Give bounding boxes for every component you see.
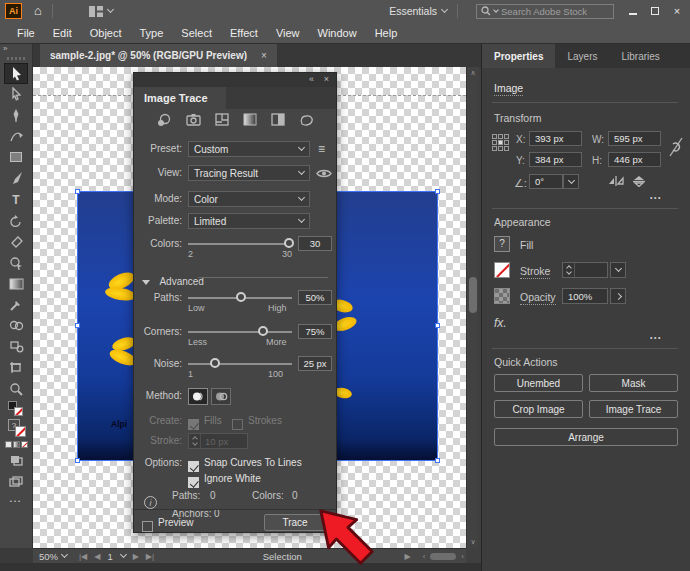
opacity-expand[interactable] (610, 288, 626, 304)
prev-artboard-icon[interactable]: ◀ (94, 552, 100, 561)
gradient-tool[interactable] (4, 273, 28, 294)
menu-file[interactable]: File (8, 22, 44, 44)
paintbrush-tool[interactable] (4, 168, 28, 189)
angle-dropdown[interactable] (563, 174, 579, 189)
selection-type[interactable]: Image (494, 82, 523, 96)
curvature-tool[interactable] (4, 126, 28, 147)
eye-icon[interactable] (316, 168, 332, 179)
fill-stroke-indicator[interactable] (8, 401, 24, 417)
fills-checkbox[interactable] (188, 419, 199, 430)
selection-handle[interactable] (75, 189, 80, 194)
type-tool[interactable]: T (4, 189, 28, 210)
corners-slider-thumb[interactable] (258, 326, 268, 336)
none-button[interactable] (21, 441, 28, 448)
stroke-weight-dropdown[interactable] (610, 262, 626, 278)
grayscale-icon[interactable] (243, 113, 258, 127)
w-field[interactable]: 595 px (608, 131, 661, 146)
preview-checkbox[interactable] (142, 521, 153, 532)
tab-layers[interactable]: Layers (555, 44, 609, 68)
scroll-up-icon[interactable]: ∧ (467, 69, 479, 77)
menu-window[interactable]: Window (309, 22, 366, 44)
stroke-swatch[interactable] (494, 262, 510, 278)
zoom-level-dropdown[interactable]: 50% (33, 549, 73, 563)
advanced-header[interactable]: Advanced (134, 269, 336, 285)
flip-vertical-icon[interactable] (632, 175, 646, 187)
selection-handle[interactable] (75, 323, 80, 328)
crop-image-button[interactable]: Crop Image (494, 400, 583, 418)
selection-handle[interactable] (435, 458, 440, 463)
opacity-swatch[interactable] (494, 288, 510, 304)
corners-slider[interactable] (188, 331, 292, 333)
status-bar-menu-icon[interactable]: ▶ (405, 552, 411, 561)
selection-handle[interactable] (435, 323, 440, 328)
stroke-swatch[interactable] (14, 407, 23, 416)
menu-type[interactable]: Type (131, 22, 173, 44)
rectangle-tool[interactable] (4, 147, 28, 168)
stroke-weight-stepper[interactable]: 10 px (188, 433, 248, 449)
transform-more-icon[interactable]: ••• (650, 194, 662, 201)
x-field[interactable]: 393 px (529, 131, 582, 146)
shape-builder-tool[interactable] (4, 252, 28, 273)
first-artboard-icon[interactable]: |◀ (79, 552, 87, 561)
method-overlapping-button[interactable] (211, 388, 231, 405)
preset-menu-icon[interactable]: ≡ (318, 142, 325, 156)
paths-slider-thumb[interactable] (236, 292, 246, 302)
eyedropper-tool[interactable] (4, 294, 28, 315)
minimize-button[interactable] (622, 2, 644, 20)
eraser-tool[interactable] (4, 231, 28, 252)
direct-selection-tool[interactable] (4, 84, 28, 105)
last-artboard-icon[interactable]: ▶| (146, 552, 154, 561)
selection-handle[interactable] (75, 458, 80, 463)
outline-icon[interactable] (299, 113, 315, 127)
stroke-weight-stepper[interactable] (562, 262, 608, 278)
menu-object[interactable]: Object (81, 22, 131, 44)
menu-effect[interactable]: Effect (221, 22, 267, 44)
mask-button[interactable]: Mask (589, 374, 678, 392)
maximize-button[interactable] (644, 2, 666, 20)
appearance-more-icon[interactable]: ••• (650, 334, 662, 341)
vertical-scrollbar[interactable]: ∧ ∨ (466, 67, 478, 548)
workspace-layout-icon[interactable] (89, 6, 113, 17)
color-button[interactable] (5, 441, 12, 448)
collapse-panel-icon[interactable]: « (309, 74, 314, 84)
opacity-label[interactable]: Opacity (520, 291, 556, 305)
method-abutting-button[interactable] (188, 388, 208, 405)
black-white-icon[interactable] (271, 113, 286, 127)
horizontal-scrollbar[interactable]: ‹ › (417, 549, 466, 563)
panel-title[interactable]: Image Trace (134, 87, 226, 109)
high-color-icon[interactable] (186, 113, 202, 127)
tab-close-icon[interactable]: × (261, 50, 267, 61)
color-mode-buttons[interactable] (5, 441, 28, 448)
symbol-sprayer-tool[interactable] (4, 336, 28, 357)
colors-slider[interactable] (188, 243, 292, 245)
document-tab[interactable]: sample-2.jpg* @ 50% (RGB/GPU Preview) × (40, 44, 277, 67)
fill-swatch[interactable]: ? (494, 236, 510, 252)
fx-icon[interactable]: fx. (494, 316, 507, 330)
blend-tool[interactable] (4, 315, 28, 336)
gradient-button[interactable] (13, 441, 20, 448)
palette-dropdown[interactable]: Limited (188, 213, 310, 229)
noise-slider[interactable] (188, 363, 292, 365)
tab-libraries[interactable]: Libraries (609, 44, 671, 68)
selection-handle[interactable] (435, 189, 440, 194)
next-artboard-icon[interactable]: ▶ (133, 552, 139, 561)
artboard-select[interactable]: 1 (107, 551, 125, 562)
y-field[interactable]: 384 px (529, 152, 582, 167)
panel-header[interactable]: « × (134, 73, 336, 87)
workspace-switcher[interactable]: Essentials (389, 5, 447, 17)
scrollbar-thumb[interactable] (430, 553, 456, 560)
panel-grip[interactable] (7, 57, 25, 60)
h-field[interactable]: 446 px (608, 152, 661, 167)
scrollbar-thumb[interactable] (469, 277, 477, 313)
artboard-tool[interactable] (4, 357, 28, 378)
ignore-white-checkbox[interactable] (188, 477, 199, 488)
strokes-checkbox[interactable] (232, 419, 243, 430)
scroll-right-icon[interactable]: › (461, 552, 464, 561)
rotate-tool[interactable] (4, 210, 28, 231)
view-dropdown[interactable]: Tracing Result (188, 165, 310, 181)
close-button[interactable]: × (666, 2, 688, 20)
low-color-icon[interactable] (215, 113, 230, 127)
angle-field[interactable]: 0° (529, 174, 563, 189)
colors-slider-thumb[interactable] (284, 238, 294, 248)
unlink-icon[interactable] (668, 136, 684, 158)
